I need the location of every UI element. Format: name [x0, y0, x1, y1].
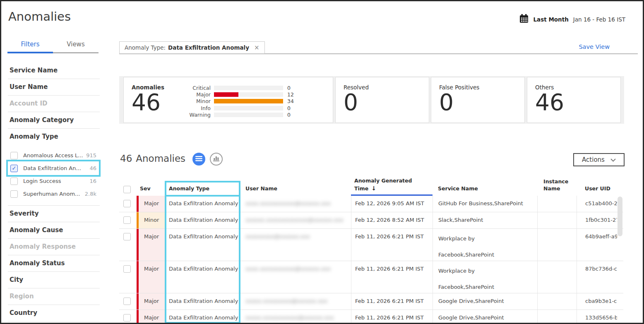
date-range-picker[interactable]: Last Month Jan 16 - Feb 16 IST — [519, 14, 626, 25]
select-all-checkbox[interactable] — [123, 186, 131, 193]
severity-bar-fill — [214, 92, 238, 97]
user-uid-cell: 133d5656-b836 — [577, 310, 617, 324]
option-count: 2.8k — [85, 191, 96, 197]
severity-label: Minor — [161, 98, 211, 104]
severity-value: 0 — [287, 105, 291, 111]
tab-views[interactable]: Views — [53, 41, 99, 53]
list-view-icon — [195, 155, 202, 163]
table-row[interactable]: Major Data Exfiltration Anomaly xxxxxxxx… — [119, 229, 623, 261]
row-checkbox[interactable] — [123, 216, 131, 224]
column-header-instance-name[interactable]: Instance Name — [537, 178, 577, 196]
checkbox-unchecked[interactable] — [10, 152, 18, 159]
redacted-user-name: xxxx.xxxxxxxxxxx@xxxxxx.xxx — [245, 266, 331, 272]
severity-cell: Major — [137, 196, 165, 212]
list-view-button[interactable] — [192, 153, 205, 166]
filter-section-country[interactable]: Country — [8, 305, 100, 322]
chip-value: Data Exfiltration Anomaly — [168, 44, 249, 51]
chart-view-button[interactable] — [210, 153, 223, 166]
anomaly-type-options: Anomalous Access L... 915 ✓ Data Exfiltr… — [8, 147, 100, 206]
user-name-cell: xxxx.xxxxxxxxxxx@xxxxxx.xxx — [240, 261, 351, 293]
severity-breakdown-bars: Critical 0 Major 12 Minor 34 Info — [161, 84, 294, 118]
column-header-user-uid[interactable]: User UID — [577, 185, 617, 196]
filter-section-service-name[interactable]: Service Name — [8, 62, 100, 79]
row-checkbox[interactable] — [123, 200, 131, 207]
service-name-cell: Slack,SharePoint — [433, 212, 537, 228]
filter-section-anomaly-response[interactable]: Anomaly Response — [8, 239, 100, 255]
option-count: 915 — [86, 152, 96, 158]
table-row[interactable]: Major Data Exfiltration Anomaly xxxx.xxx… — [119, 196, 623, 212]
row-checkbox[interactable] — [123, 233, 131, 240]
instance-name-cell — [537, 310, 577, 324]
service-name-cell: Workplace by Facebook,SharePoint — [433, 229, 537, 261]
anomaly-type-option-superhuman[interactable]: Superhuman Anom... 2.8k — [8, 187, 100, 200]
row-checkbox[interactable] — [123, 314, 131, 322]
checkbox-unchecked[interactable] — [10, 190, 18, 198]
user-name-cell: xxxxx.xxxxxxxxx@xxxxxx.xxx — [240, 293, 351, 310]
table-row[interactable]: Major Data Exfiltration Anomaly xxxxx.xx… — [119, 310, 623, 324]
checkbox-checked[interactable]: ✓ — [10, 165, 18, 172]
generated-time-cell: Feb 12, 2026 8:52 AM IST — [351, 212, 433, 228]
option-count: 16 — [89, 178, 96, 184]
severity-cell: Major — [137, 229, 165, 261]
row-checkbox[interactable] — [123, 298, 131, 305]
row-select-cell — [119, 229, 137, 261]
redacted-user-name: xxxxx.xxxxxxxxx@xxxxxx.xxx — [245, 298, 327, 304]
sorted-column-indicator — [351, 194, 433, 196]
user-uid-cell: c51ab400-2dee — [577, 196, 617, 212]
select-all-cell — [119, 186, 137, 196]
table-row[interactable]: Major Data Exfiltration Anomaly xxxx.xxx… — [119, 261, 623, 293]
user-uid-cell: 1fb0c301-27ac- — [577, 212, 617, 228]
severity-bar-row: Major 12 — [161, 91, 294, 98]
date-range-value: Jan 16 - Feb 16 IST — [573, 16, 625, 23]
filter-section-city[interactable]: City — [8, 272, 100, 288]
option-label: Superhuman Anom... — [23, 191, 82, 197]
date-preset-label: Last Month — [533, 16, 569, 23]
anomaly-type-cell: Data Exfiltration Anomaly — [165, 229, 240, 261]
table-scrollbar[interactable] — [618, 197, 622, 236]
filter-section-severity[interactable]: Severity — [8, 206, 100, 222]
calendar-icon — [519, 14, 529, 25]
severity-bar-fill — [214, 99, 283, 103]
instance-name-cell — [537, 229, 577, 261]
anomaly-type-cell: Data Exfiltration Anomaly — [165, 293, 240, 310]
table-row[interactable]: Major Data Exfiltration Anomaly xxxxx.xx… — [119, 293, 623, 310]
checkbox-unchecked[interactable] — [10, 178, 18, 185]
column-header-anomaly-type[interactable]: Anomaly Type — [165, 185, 240, 196]
row-checkbox[interactable] — [123, 265, 131, 273]
table-row[interactable]: Minor Data Exfiltration Anomaly xxxxxx.x… — [119, 212, 623, 229]
anomaly-type-option-anomalous-access[interactable]: Anomalous Access L... 915 — [8, 149, 100, 162]
generated-time-cell: Feb 11, 2026 6:21 PM IST — [351, 261, 433, 293]
severity-bar-track — [214, 92, 283, 97]
user-name-cell: xxxxxx.xxxxxxxxxxxxx@xxxxxx.xxx — [240, 212, 351, 228]
instance-name-cell — [537, 293, 577, 310]
anomaly-type-option-login-success[interactable]: Login Success 16 — [8, 175, 100, 187]
sort-descending-icon[interactable]: ↓ — [371, 185, 376, 192]
severity-label: Major — [161, 91, 211, 98]
active-filter-chip[interactable]: Anomaly Type: Data Exfiltration Anomaly … — [119, 41, 265, 54]
filter-section-user-name[interactable]: User Name — [8, 79, 100, 96]
actions-button[interactable]: Actions — [573, 153, 625, 166]
filter-section-region[interactable]: Region — [8, 288, 100, 305]
severity-bar-row: Critical 0 — [161, 84, 294, 91]
instance-name-cell — [537, 261, 577, 293]
anomalies-table: Sev Anomaly Type User Name Anomaly Gener… — [119, 180, 623, 324]
column-header-sev[interactable]: Sev — [137, 185, 165, 196]
service-name-cell: Google Drive,SharePoint — [433, 310, 537, 324]
filter-section-anomaly-status[interactable]: Anomaly Status — [8, 255, 100, 272]
save-view-link[interactable]: Save View — [579, 43, 610, 50]
filter-section-anomaly-category[interactable]: Anomaly Category — [8, 112, 100, 129]
close-icon[interactable]: × — [254, 44, 260, 51]
row-select-cell — [119, 196, 137, 212]
anomaly-type-option-data-exfiltration[interactable]: ✓ Data Exfiltration An... 46 — [8, 162, 100, 175]
filter-section-anomaly-type[interactable]: Anomaly Type — [8, 129, 100, 145]
severity-cell: Major — [137, 293, 165, 310]
column-header-service-name[interactable]: Service Name — [433, 185, 537, 196]
filter-section-anomaly-cause[interactable]: Anomaly Cause — [8, 222, 100, 239]
redacted-user-name: xxxxxx.xxxxxxxxxxxxx@xxxxxx.xxx — [245, 217, 344, 223]
view-toggle-group — [192, 153, 223, 166]
filter-section-account-id[interactable]: Account ID — [8, 96, 100, 112]
column-header-user-name[interactable]: User Name — [240, 185, 351, 196]
tab-filters[interactable]: Filters — [7, 41, 53, 53]
option-label: Anomalous Access L... — [23, 152, 84, 158]
column-header-anomaly-generated-time[interactable]: Anomaly Generated Time↓ — [351, 170, 433, 196]
